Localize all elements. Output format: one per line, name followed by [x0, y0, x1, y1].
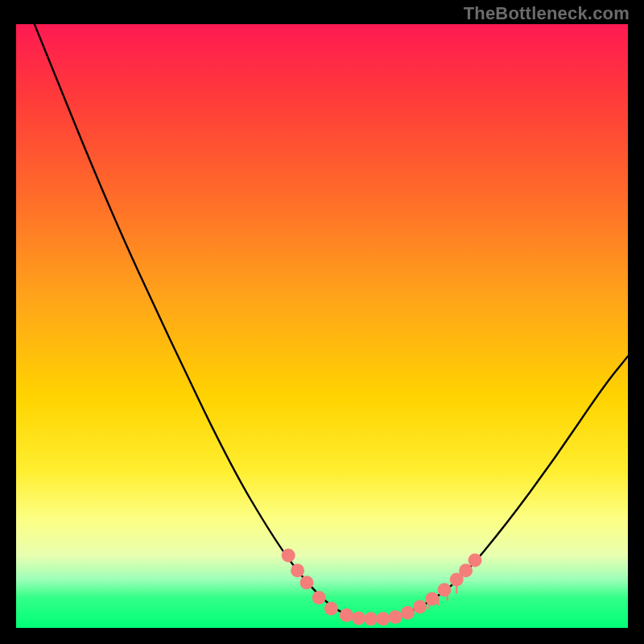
curve-marker	[413, 600, 427, 613]
curve-marker	[300, 576, 314, 589]
curve-marker	[364, 612, 378, 625]
curve-marker	[291, 564, 304, 577]
curve-marker	[352, 612, 365, 625]
curve-marker	[340, 609, 353, 622]
curve-marker	[459, 564, 473, 577]
curve-marker	[282, 549, 295, 563]
bottleneck-curve	[35, 24, 628, 619]
curve-marker	[438, 583, 452, 597]
chart-frame: TheBottleneck.com	[0, 0, 644, 644]
watermark-text: TheBottleneck.com	[464, 3, 630, 24]
curve-marker	[469, 554, 482, 568]
curve-marker	[324, 602, 338, 616]
curve-marker	[425, 592, 439, 606]
curve-marker	[401, 606, 415, 620]
curve-marker	[389, 610, 402, 624]
curve-marker	[312, 591, 326, 605]
chart-svg	[16, 24, 628, 628]
curve-marker	[377, 612, 390, 625]
plot-area	[16, 24, 628, 628]
